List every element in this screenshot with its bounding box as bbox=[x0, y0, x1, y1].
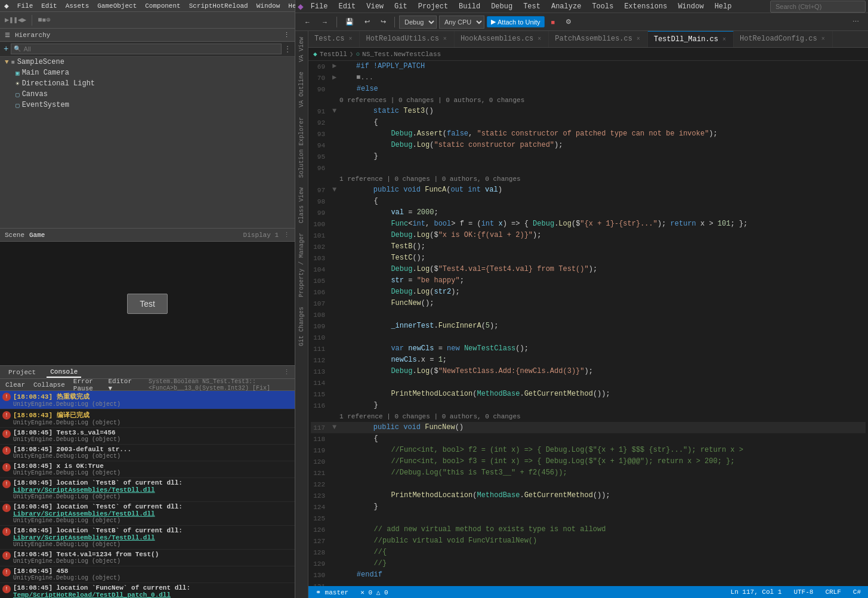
unity-menu-bar[interactable]: ◆ File Edit Assets GameObject Component … bbox=[0, 0, 295, 12]
vs-menu-window[interactable]: Window bbox=[674, 1, 707, 12]
console-info-icon-10: ! bbox=[2, 585, 11, 593]
console-item-8[interactable]: ! [18:08:45] Test4.val=1234 from Test() … bbox=[0, 550, 295, 566]
redo-button[interactable]: ↪ bbox=[376, 16, 390, 27]
vs-menu-project[interactable]: Project bbox=[415, 1, 452, 12]
add-hierarchy-button[interactable]: + bbox=[4, 44, 8, 54]
console-item-5[interactable]: ! [18:08:45] location `TestB` of current… bbox=[0, 478, 295, 502]
vs-menu-analyze[interactable]: Analyze bbox=[548, 1, 585, 12]
tab-hotreloadutils[interactable]: HotReloadUtils.cs × bbox=[360, 31, 454, 47]
console-tab[interactable]: Console bbox=[47, 367, 81, 378]
more-tools-button[interactable]: ⋯ bbox=[848, 16, 863, 27]
hierarchy-item-eventsystem[interactable]: ▢ EventSystem bbox=[0, 100, 295, 110]
vs-menu-extensions[interactable]: Extensions bbox=[620, 1, 671, 12]
unity-menu-assets[interactable]: Assets bbox=[64, 2, 91, 10]
console-error-pause-button[interactable]: Error Pause bbox=[72, 378, 102, 392]
save-button[interactable]: 💾 bbox=[341, 16, 358, 27]
unity-menu-window[interactable]: Window bbox=[255, 2, 282, 10]
console-info-icon-8: ! bbox=[2, 551, 11, 560]
tab-close-patchassemblies[interactable]: × bbox=[635, 35, 641, 43]
tab-testdll-main[interactable]: TestDll_Main.cs × bbox=[648, 31, 734, 47]
hierarchy-item-samplescene[interactable]: ▼ ■ SampleScene bbox=[0, 57, 295, 67]
status-encoding[interactable]: UTF-8 bbox=[791, 588, 816, 596]
console-clear-button[interactable]: Clear bbox=[4, 381, 27, 389]
hierarchy-search-input[interactable] bbox=[21, 45, 279, 53]
tab-hotreloadconfig[interactable]: HotReloadConfig.cs × bbox=[734, 31, 833, 47]
console-item-7[interactable]: ! [18:08:45] location `TestB` of current… bbox=[0, 526, 295, 550]
vs-menu-tools[interactable]: Tools bbox=[588, 1, 617, 12]
unity-menu-file[interactable]: File bbox=[16, 2, 35, 10]
va-view-tab[interactable]: VA View bbox=[296, 33, 307, 66]
status-errors[interactable]: ✕ 0 △ 0 bbox=[358, 588, 390, 596]
console-item-1[interactable]: ! [18:08:43] 编译已完成 UnityEngine.Debug:Log… bbox=[0, 409, 295, 428]
undo-button[interactable]: ↩ bbox=[360, 16, 374, 27]
tab-patchassemblies[interactable]: PatchAssemblies.cs × bbox=[549, 31, 648, 47]
unity-menu-gameobject[interactable]: GameObject bbox=[95, 2, 138, 10]
vs-menu-help[interactable]: Help bbox=[711, 1, 736, 12]
property-manager-tab[interactable]: Property / Manager bbox=[296, 229, 307, 301]
console-info-icon-4: ! bbox=[2, 463, 11, 471]
class-view-tab[interactable]: Class View bbox=[296, 184, 307, 227]
console-item-3[interactable]: ! [18:08:45] 2003-default str... UnityEn… bbox=[0, 445, 295, 461]
scene-tab[interactable]: Scene bbox=[5, 232, 24, 239]
game-options[interactable]: ⋮ bbox=[283, 231, 290, 239]
hierarchy-options2[interactable]: ⋮ bbox=[284, 45, 291, 54]
console-info-icon-6: ! bbox=[2, 504, 11, 512]
vs-menu-test[interactable]: Test bbox=[520, 1, 544, 12]
console-collapse-button[interactable]: Collapse bbox=[32, 381, 67, 389]
canvas-icon: ▢ bbox=[16, 91, 20, 98]
tab-hookassemblies[interactable]: HookAssemblies.cs × bbox=[455, 31, 549, 47]
code-line-118: 118 { bbox=[311, 433, 866, 445]
vs-menu-debug[interactable]: Debug bbox=[487, 1, 516, 12]
test-button[interactable]: Test bbox=[127, 294, 168, 314]
stop-button[interactable]: ■ bbox=[547, 17, 560, 27]
solution-explorer-tab[interactable]: Solution Explorer bbox=[296, 113, 307, 181]
back-button[interactable]: ← bbox=[300, 17, 315, 27]
console-item-9[interactable]: ! [18:08:45] 458 UnityEngine.Debug:Log (… bbox=[0, 566, 295, 583]
console-item-10[interactable]: ! [18:08:45] location `FuncNew` of curre… bbox=[0, 583, 295, 598]
vs-menu-view[interactable]: View bbox=[363, 1, 387, 12]
code-editor[interactable]: 69 ► #if !APPLY_PATCH 70 ▶ ■... bbox=[308, 61, 868, 586]
vs-menu-file[interactable]: File bbox=[307, 1, 332, 12]
console-item-2[interactable]: ! [18:08:45] Test3.s_val=456 UnityEngine… bbox=[0, 428, 295, 445]
va-outline-tab[interactable]: VA Outline bbox=[296, 68, 307, 111]
code-line-131: 131 bbox=[311, 581, 866, 586]
tab-close-hookassemblies[interactable]: × bbox=[536, 35, 542, 43]
unity-menu-edit[interactable]: Edit bbox=[39, 2, 58, 10]
breadcrumb-method[interactable]: NS_Test.NewTestClass bbox=[362, 51, 441, 58]
tab-close-testdll-main[interactable]: × bbox=[721, 36, 727, 44]
tab-close-testcs[interactable]: × bbox=[347, 35, 353, 43]
console-item-4[interactable]: ! [18:08:45] x is OK:True UnityEngine.De… bbox=[0, 461, 295, 478]
hierarchy-item-directionallight[interactable]: ☀ Directional Light bbox=[0, 78, 295, 89]
vs-menu-build[interactable]: Build bbox=[455, 1, 484, 12]
vs-menu-git[interactable]: Git bbox=[391, 1, 411, 12]
unity-menu-scripthotreload[interactable]: ScriptHotReload bbox=[187, 2, 250, 10]
vs-menu-edit[interactable]: Edit bbox=[335, 1, 359, 12]
attach-unity-button[interactable]: ▶ Attach to Unity bbox=[487, 16, 545, 27]
code-line-121: 121 //Debug.Log("this is Test3__" + f2(4… bbox=[311, 467, 866, 479]
breadcrumb-class[interactable]: TestDll bbox=[320, 51, 347, 58]
unity-menu-component[interactable]: Component bbox=[143, 2, 182, 10]
hierarchy-item-maincamera[interactable]: ▣ Main Camera bbox=[0, 67, 295, 78]
settings-button[interactable]: ⚙ bbox=[561, 16, 576, 27]
code-line-91: 91 ▼ static Test3() bbox=[311, 106, 866, 117]
forward-button[interactable]: → bbox=[317, 17, 332, 27]
git-changes-tab[interactable]: Git Changes bbox=[296, 303, 307, 350]
tab-close-hotreloadconfig[interactable]: × bbox=[820, 35, 826, 43]
console-item-6[interactable]: ! [18:08:45] location `TestC` of current… bbox=[0, 502, 295, 526]
console-editor-button[interactable]: Editor ▼ bbox=[106, 378, 134, 392]
debug-mode-select[interactable]: Debug bbox=[399, 16, 437, 29]
status-line-ending[interactable]: CRLF bbox=[823, 588, 843, 596]
hierarchy-item-canvas[interactable]: ▢ Canvas bbox=[0, 89, 295, 100]
cpu-select[interactable]: Any CPU bbox=[439, 16, 484, 29]
console-content[interactable]: ! [18:08:43] 热重载完成 UnityEngine.Debug:Log… bbox=[0, 391, 295, 598]
project-tab[interactable]: Project bbox=[5, 368, 39, 377]
status-lang[interactable]: C# bbox=[851, 588, 863, 596]
console-header-options[interactable]: ⋮ bbox=[283, 368, 290, 376]
tab-testcs[interactable]: Test.cs × bbox=[308, 31, 360, 47]
status-branch[interactable]: ⚭ master bbox=[313, 588, 351, 596]
console-item-0[interactable]: ! [18:08:43] 热重载完成 UnityEngine.Debug:Log… bbox=[0, 391, 295, 409]
vs-search-input[interactable] bbox=[770, 1, 866, 13]
game-tab[interactable]: Game bbox=[29, 232, 45, 239]
tab-close-hotreloadutils[interactable]: × bbox=[442, 35, 448, 43]
hierarchy-options-icon[interactable]: ⋮ bbox=[283, 31, 290, 39]
